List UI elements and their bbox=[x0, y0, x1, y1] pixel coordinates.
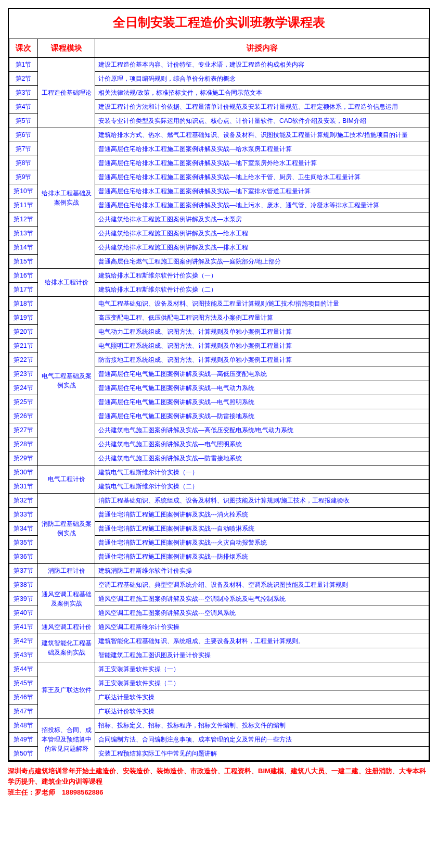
table-row: 第44节算王及广联达软件算王安装算量软件实操（一） bbox=[9, 662, 429, 676]
content-cell: 公共建筑电气施工图案例讲解及实战—电气照明系统 bbox=[95, 437, 429, 451]
table-row: 第16节给排水工程计价建筑给排水工程斯维尔软件计价实操（一） bbox=[9, 268, 429, 282]
header-module: 课程模块 bbox=[38, 39, 95, 58]
table-row: 第48节招投标、合同、成本管理及预结算中的常见问题解释招标、投标定义、招标、投标… bbox=[9, 718, 429, 732]
session-cell: 第26节 bbox=[9, 409, 38, 423]
session-cell: 第48节 bbox=[9, 718, 38, 732]
session-cell: 第34节 bbox=[9, 521, 38, 535]
session-cell: 第49节 bbox=[9, 732, 38, 746]
content-cell: 防雷接地工程系统组成、识图方法、计算规则及单独小案例工程量计算 bbox=[95, 353, 429, 367]
content-cell: 普通高层住宅燃气工程施工图案例讲解及实战—庭院部分/地上部分 bbox=[95, 254, 429, 268]
content-cell: 建筑给排水工程斯维尔软件计价实操（一） bbox=[95, 268, 429, 282]
table-row: 第37节消防工程计价建筑消防工程斯维尔软件计价实操 bbox=[9, 563, 429, 577]
content-cell: 公共建筑给排水工程施工图案例讲解及实战—水泵房 bbox=[95, 212, 429, 226]
table-row: 第41节通风空调工程计价通风空调工程斯维尔计价实操 bbox=[9, 620, 429, 634]
content-cell: 建筑智能化工程基础知识、系统组成、主要设备及材料，工程量计算规则。 bbox=[95, 634, 429, 648]
curriculum-table: 课次 课程模块 讲授内容 第1节工程造价基础理论建设工程造价基本内容、计价特征、… bbox=[9, 39, 429, 761]
content-cell: 通风空调工程斯维尔计价实操 bbox=[95, 620, 429, 634]
session-cell: 第22节 bbox=[9, 353, 38, 367]
content-cell: 电气照明工程系统组成、识图方法、计算规则及单独小案例工程量计算 bbox=[95, 338, 429, 353]
session-cell: 第44节 bbox=[9, 662, 38, 676]
session-cell: 第17节 bbox=[9, 282, 38, 296]
session-cell: 第27节 bbox=[9, 423, 38, 437]
module-cell: 工程造价基础理论 bbox=[38, 57, 95, 128]
content-cell: 普通高层住宅电气施工图案例讲解及实战—电气照明系统 bbox=[95, 395, 429, 409]
module-cell: 电气工程计价 bbox=[38, 465, 95, 493]
session-cell: 第36节 bbox=[9, 549, 38, 563]
session-cell: 第43节 bbox=[9, 648, 38, 662]
content-cell: 建筑给排水方式、热水、燃气工程基础知识、设备及材料、识图技能及工程量计算规则/施… bbox=[95, 128, 429, 142]
module-cell: 电气工程基础及案例实战 bbox=[38, 296, 95, 465]
session-cell: 第11节 bbox=[9, 198, 38, 212]
content-cell: 公共建筑给排水工程施工图案例讲解及实战—给水工程 bbox=[95, 226, 429, 240]
session-cell: 第16节 bbox=[9, 268, 38, 282]
session-cell: 第42节 bbox=[9, 634, 38, 648]
content-cell: 建设工程造价基本内容、计价特征、专业术语，建设工程造价构成相关内容 bbox=[95, 57, 429, 71]
session-cell: 第5节 bbox=[9, 114, 38, 128]
content-cell: 普通高层住宅给排水工程施工图案例讲解及实战—给水泵房工程量计算 bbox=[95, 142, 429, 156]
footer-text: 深圳奇点建筑培训常年开始土建造价、安装造价、装饰造价、市政造价、工程资料、BIM… bbox=[8, 766, 430, 798]
session-cell: 第20节 bbox=[9, 324, 38, 338]
module-cell: 通风空调工程基础及案例实战 bbox=[38, 577, 95, 620]
content-cell: 空调工程基础知识、典型空调系统介绍、设备及材料、空调系统识图技能及工程量计算规则 bbox=[95, 577, 429, 592]
session-cell: 第41节 bbox=[9, 620, 38, 634]
content-cell: 普通高层住宅电气施工图案例讲解及实战—防雷接地系统 bbox=[95, 409, 429, 423]
session-cell: 第50节 bbox=[9, 746, 38, 760]
content-cell: 普通高层住宅给排水工程施工图案例讲解及实战—地上污水、废水、通气管、冷凝水等排水… bbox=[95, 198, 429, 212]
content-cell: 算王安装算量软件实操（二） bbox=[95, 676, 429, 690]
session-cell: 第47节 bbox=[9, 704, 38, 718]
table-row: 第6节给排水工程基础及案例实战建筑给排水方式、热水、燃气工程基础知识、设备及材料… bbox=[9, 128, 429, 142]
content-cell: 公共建筑电气施工图案例讲解及实战—高低压变配电系统/电气动力系统 bbox=[95, 423, 429, 437]
content-cell: 电气工程基础知识、设备及材料、识图技能及工程量计算规则/施工技术/措施项目的计量 bbox=[95, 296, 429, 310]
session-cell: 第12节 bbox=[9, 212, 38, 226]
session-cell: 第13节 bbox=[9, 226, 38, 240]
session-cell: 第37节 bbox=[9, 563, 38, 577]
module-cell: 消防工程基础及案例实战 bbox=[38, 493, 95, 563]
session-cell: 第35节 bbox=[9, 535, 38, 549]
session-cell: 第2节 bbox=[9, 71, 38, 85]
session-cell: 第28节 bbox=[9, 437, 38, 451]
content-cell: 广联达计价软件实操 bbox=[95, 704, 429, 718]
table-row: 第42节建筑智能化工程基础及案例实战建筑智能化工程基础知识、系统组成、主要设备及… bbox=[9, 634, 429, 648]
module-cell: 消防工程计价 bbox=[38, 563, 95, 577]
content-cell: 普通高层住宅给排水工程施工图案例讲解及实战—地下室泵房外给水工程量计算 bbox=[95, 156, 429, 170]
table-row: 第18节电气工程基础及案例实战电气工程基础知识、设备及材料、识图技能及工程量计算… bbox=[9, 296, 429, 310]
table-row: 第32节消防工程基础及案例实战消防工程基础知识、系统组成、设备及材料、识图技能及… bbox=[9, 493, 429, 507]
session-cell: 第45节 bbox=[9, 676, 38, 690]
content-cell: 高压变配电工程、低压供配电工程识图方法及小案例工程量计算 bbox=[95, 310, 429, 324]
content-cell: 电气动力工程系统组成、识图方法、计算规则及单独小案例工程量计算 bbox=[95, 324, 429, 338]
content-cell: 智能建筑工程施工图识图及计量计价实操 bbox=[95, 648, 429, 662]
session-cell: 第32节 bbox=[9, 493, 38, 507]
content-cell: 公共建筑电气施工图案例讲解及实战—防雷接地系统 bbox=[95, 451, 429, 465]
content-cell: 通风空调工程施工图案例讲解及实战---空调制冷系统及电气控制系统 bbox=[95, 592, 429, 606]
module-cell: 给排水工程基础及案例实战 bbox=[38, 128, 95, 268]
content-cell: 普通高层住宅给排水工程施工图案例讲解及实战—地上给水干管、厨房、卫生间给水工程量… bbox=[95, 170, 429, 184]
content-cell: 公共建筑给排水工程施工图案例讲解及实战—排水工程 bbox=[95, 240, 429, 254]
session-cell: 第4节 bbox=[9, 99, 38, 114]
session-cell: 第1节 bbox=[9, 57, 38, 71]
session-cell: 第31节 bbox=[9, 479, 38, 493]
table-row: 第1节工程造价基础理论建设工程造价基本内容、计价特征、专业术语，建设工程造价构成… bbox=[9, 57, 429, 71]
content-cell: 合同编制方法、合同编制注意事项、成本管理的定义及常用的一些方法 bbox=[95, 732, 429, 746]
module-cell: 算王及广联达软件 bbox=[38, 662, 95, 718]
content-cell: 安装专业计价类型及实际运用的知识点、核心点、计价计量软件、CAD软件介绍及安装，… bbox=[95, 114, 429, 128]
table-row: 第38节通风空调工程基础及案例实战空调工程基础知识、典型空调系统介绍、设备及材料… bbox=[9, 577, 429, 592]
session-cell: 第30节 bbox=[9, 465, 38, 479]
session-cell: 第21节 bbox=[9, 338, 38, 353]
session-cell: 第25节 bbox=[9, 395, 38, 409]
session-cell: 第46节 bbox=[9, 690, 38, 704]
session-cell: 第3节 bbox=[9, 85, 38, 99]
session-cell: 第15节 bbox=[9, 254, 38, 268]
session-cell: 第18节 bbox=[9, 296, 38, 310]
session-cell: 第7节 bbox=[9, 142, 38, 156]
content-cell: 安装工程预结算实际工作中常见的问题讲解 bbox=[95, 746, 429, 760]
content-cell: 广联达计量软件实操 bbox=[95, 690, 429, 704]
content-cell: 普通高层住宅电气施工图案例讲解及实战—电气动力系统 bbox=[95, 381, 429, 395]
content-cell: 建筑电气工程斯维尔计价实操（二） bbox=[95, 479, 429, 493]
content-cell: 普通住宅消防工程施工图案例讲解及实战---防排烟系统 bbox=[95, 549, 429, 563]
session-cell: 第9节 bbox=[9, 170, 38, 184]
header-session: 课次 bbox=[9, 39, 38, 58]
content-cell: 建筑消防工程斯维尔软件计价实操 bbox=[95, 563, 429, 577]
session-cell: 第10节 bbox=[9, 184, 38, 198]
content-cell: 计价原理，项目编码规则，综合单价分析表的概念 bbox=[95, 71, 429, 85]
session-cell: 第40节 bbox=[9, 606, 38, 620]
